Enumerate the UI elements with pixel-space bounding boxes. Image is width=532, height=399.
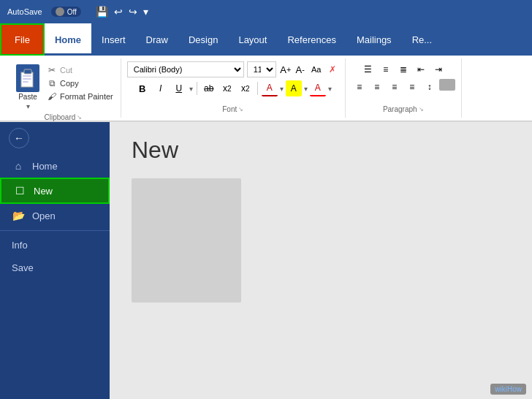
clipboard-section: Paste ▾ ✂ Cut ⧉ Copy 🖌 Format Paint: [6, 58, 121, 118]
multilevel-list-button[interactable]: ≣: [395, 61, 411, 77]
sidebar-new-label: New: [34, 186, 53, 197]
save-icon[interactable]: 💾: [96, 6, 108, 18]
align-left-button[interactable]: ≡: [352, 79, 368, 95]
paragraph-expand-icon[interactable]: ↘: [419, 106, 424, 113]
font-color2-dropdown[interactable]: ▾: [328, 85, 332, 93]
redo-icon[interactable]: ↪: [129, 6, 137, 18]
file-tab[interactable]: File: [0, 23, 45, 56]
font-size-select[interactable]: 11: [247, 61, 276, 77]
cut-icon: ✂: [47, 65, 57, 75]
increase-indent-button[interactable]: ⇥: [430, 61, 446, 77]
main-area: ← ⌂ Home ☐ New 📂 Open Info Save New: [0, 122, 532, 399]
copy-button[interactable]: ⧉ Copy: [45, 77, 115, 89]
font-row1: Calibri (Body) 11 A+ A- Aa ✗: [127, 61, 339, 77]
clipboard-group: Paste ▾ ✂ Cut ⧉ Copy 🖌 Format Paint: [12, 61, 115, 113]
toggle-dot: [56, 7, 64, 16]
tab-design[interactable]: Design: [178, 23, 228, 56]
home-icon: ⌂: [12, 160, 25, 172]
save-label: Save: [12, 262, 34, 273]
sidebar: ← ⌂ Home ☐ New 📂 Open Info Save: [0, 122, 110, 399]
numbering-button[interactable]: ≡: [378, 61, 394, 77]
tab-home[interactable]: Home: [45, 23, 91, 56]
paragraph-section: ☰ ≡ ≣ ⇤ ⇥ ≡ ≡ ≡ ≡ ↕ Paragraph ↘: [346, 58, 462, 118]
svg-rect-4: [23, 81, 28, 83]
bullets-button[interactable]: ☰: [360, 61, 376, 77]
copy-icon: ⧉: [47, 78, 57, 88]
para-row1: ☰ ≡ ≣ ⇤ ⇥: [360, 61, 446, 77]
cut-label: Cut: [60, 66, 72, 75]
sidebar-item-open[interactable]: 📂 Open: [0, 204, 110, 227]
cut-button[interactable]: ✂ Cut: [45, 64, 115, 76]
sidebar-item-new[interactable]: ☐ New: [0, 178, 110, 204]
svg-rect-3: [23, 78, 31, 80]
strikethrough-button[interactable]: ab: [201, 80, 217, 96]
more-icon[interactable]: ▾: [143, 6, 148, 18]
svg-rect-2: [23, 75, 31, 77]
font-color-button[interactable]: A: [262, 80, 278, 96]
document-preview[interactable]: [132, 178, 241, 303]
change-case-button[interactable]: Aa: [310, 61, 323, 77]
underline-dropdown[interactable]: ▾: [189, 85, 193, 93]
back-arrow-icon: ←: [14, 132, 24, 144]
sidebar-item-save[interactable]: Save: [0, 256, 110, 279]
sidebar-back-button[interactable]: ←: [0, 122, 110, 154]
highlight-button[interactable]: A: [286, 80, 302, 96]
paste-label: Paste: [18, 93, 37, 101]
ribbon-tabs: File Home Insert Draw Design Layout Refe…: [0, 23, 532, 56]
line-spacing-button[interactable]: ↕: [422, 79, 438, 95]
tab-review[interactable]: Re...: [402, 23, 442, 56]
font-family-select[interactable]: Calibri (Body): [127, 61, 244, 77]
font-expand-icon[interactable]: ↘: [238, 106, 243, 113]
back-circle: ←: [9, 128, 29, 148]
page-title: New: [132, 137, 510, 164]
align-right-button[interactable]: ≡: [387, 79, 403, 95]
shading-button[interactable]: [439, 79, 455, 91]
clear-formatting-button[interactable]: ✗: [326, 61, 339, 77]
font-section: Calibri (Body) 11 A+ A- Aa ✗ B I U ▾ ab: [121, 58, 346, 118]
format-painter-label: Format Painter: [60, 92, 113, 101]
paste-icon: [16, 64, 39, 92]
autosave-toggle[interactable]: Off: [51, 7, 81, 17]
font-color-dropdown[interactable]: ▾: [280, 85, 284, 93]
subscript-button[interactable]: x2: [219, 80, 235, 96]
sidebar-divider: [0, 230, 110, 231]
font-row2: B I U ▾ ab x2 x2 A ▾ A ▾ A ▾: [134, 80, 332, 96]
align-center-button[interactable]: ≡: [369, 79, 385, 95]
font-color2-button[interactable]: A: [310, 80, 326, 96]
tab-mailings[interactable]: Mailings: [346, 23, 402, 56]
font-shrink-button[interactable]: A-: [294, 61, 307, 77]
bold-button[interactable]: B: [134, 80, 151, 96]
italic-button[interactable]: I: [153, 80, 169, 96]
sidebar-item-home[interactable]: ⌂ Home: [0, 154, 110, 178]
paste-button[interactable]: Paste ▾: [12, 61, 44, 113]
wikihow-badge: wikiHow: [490, 384, 526, 395]
tab-insert[interactable]: Insert: [91, 23, 136, 56]
autosave-label: AutoSave: [7, 7, 42, 16]
sidebar-open-label: Open: [32, 210, 56, 221]
autosave-off-label: Off: [67, 8, 77, 16]
para-row2: ≡ ≡ ≡ ≡ ↕: [352, 79, 455, 95]
sidebar-item-info[interactable]: Info: [0, 234, 110, 256]
copy-label: Copy: [60, 79, 79, 88]
highlight-dropdown[interactable]: ▾: [304, 85, 308, 93]
tab-references[interactable]: References: [277, 23, 346, 56]
tab-draw[interactable]: Draw: [136, 23, 178, 56]
superscript-button[interactable]: x2: [238, 80, 254, 96]
clipboard-expand-icon[interactable]: ↘: [77, 114, 82, 121]
font-grow-button[interactable]: A+: [279, 61, 292, 77]
font-section-label: Font ↘: [127, 105, 339, 115]
paragraph-section-label: Paragraph ↘: [352, 105, 455, 115]
sidebar-home-label: Home: [32, 161, 58, 172]
underline-button[interactable]: U: [171, 80, 187, 96]
info-label: Info: [12, 240, 28, 251]
decrease-indent-button[interactable]: ⇤: [413, 61, 429, 77]
undo-icon[interactable]: ↩: [114, 6, 123, 18]
justify-button[interactable]: ≡: [404, 79, 420, 95]
format-painter-button[interactable]: 🖌 Format Painter: [45, 91, 115, 102]
paste-dropdown-icon[interactable]: ▾: [26, 102, 30, 110]
format-painter-icon: 🖌: [47, 91, 57, 102]
new-document-icon: ☐: [13, 185, 26, 197]
font-grow-shrink: A+ A-: [279, 61, 307, 77]
title-bar: AutoSave Off 💾 ↩ ↪ ▾: [0, 0, 532, 23]
tab-layout[interactable]: Layout: [228, 23, 277, 56]
